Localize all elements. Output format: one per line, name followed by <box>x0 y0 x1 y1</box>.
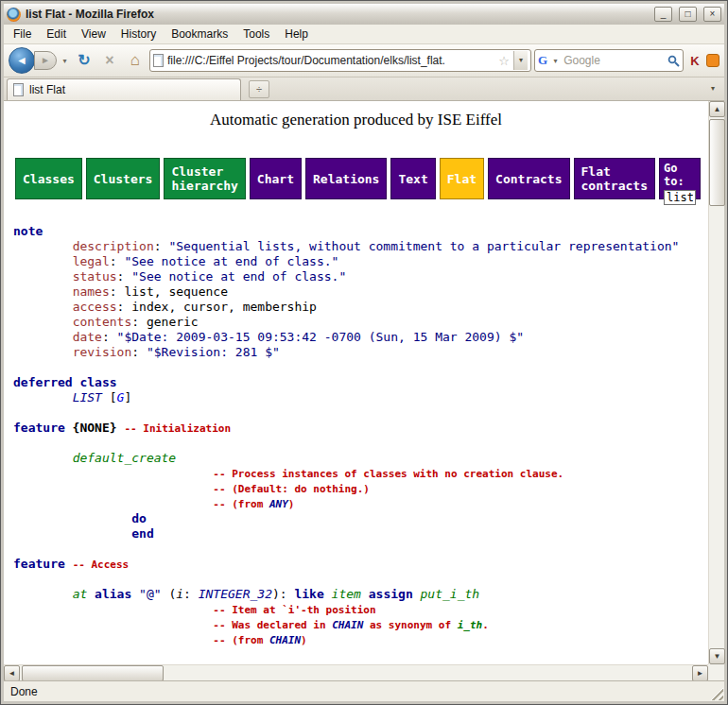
menu-history[interactable]: History <box>113 26 164 43</box>
minimize-button[interactable]: _ <box>654 7 672 22</box>
goto-input[interactable] <box>664 190 696 205</box>
search-input[interactable]: Google <box>563 54 665 67</box>
nav-button-flat-contracts[interactable]: Flat contracts <box>574 158 655 199</box>
nav-button-clusters[interactable]: Clusters <box>86 158 161 199</box>
code-link[interactable]: at <box>73 587 88 601</box>
title-bar[interactable]: list Flat - Mozilla Firefox _ □ × <box>4 4 724 25</box>
firefox-icon <box>7 8 21 22</box>
code-text: date <box>73 330 102 344</box>
code-text: : <box>110 254 125 268</box>
url-dropdown-button[interactable]: ▾ <box>513 51 528 70</box>
nav-button-chart[interactable]: Chart <box>250 158 302 199</box>
tab-list-flat[interactable]: list Flat <box>7 78 241 100</box>
code-link[interactable]: CHAIN <box>269 634 301 646</box>
code-link[interactable]: CHAIN <box>332 619 363 631</box>
list-all-tabs-icon[interactable]: ▾ <box>704 80 721 98</box>
code-text: -- (Default: do nothing.) <box>213 483 370 495</box>
code-text: "See notice at end of class." <box>131 269 346 284</box>
code-link[interactable]: ANY <box>269 498 288 510</box>
stop-icon[interactable]: × <box>98 49 121 72</box>
back-button[interactable]: ◄ <box>9 47 35 74</box>
horizontal-scrollbar[interactable]: ◄ ► <box>4 664 708 680</box>
code-text: "$Date: 2009-03-15 09:53:42 -0700 (Sun, … <box>117 330 524 344</box>
code-link[interactable]: default_create <box>73 451 177 465</box>
doc-nav-buttons: Classes Clusters Cluster hierarchy Chart… <box>15 158 701 199</box>
close-button[interactable]: × <box>703 7 721 22</box>
resize-grip[interactable] <box>710 687 723 700</box>
code-text <box>13 390 73 404</box>
url-text[interactable]: file:///C:/Eiffel Projects/tour/Document… <box>167 54 494 67</box>
refresh-icon[interactable]: ↻ <box>73 49 95 72</box>
nav-button-classes[interactable]: Classes <box>15 158 82 199</box>
code-text: like <box>294 587 323 601</box>
menu-tools[interactable]: Tools <box>235 26 277 43</box>
forward-button[interactable]: ► <box>34 51 57 70</box>
magnifier-icon[interactable] <box>667 55 680 67</box>
code-text <box>13 345 73 359</box>
nav-button-flat[interactable]: Flat <box>440 158 484 199</box>
nav-button-relations[interactable]: Relations <box>305 158 387 199</box>
home-icon[interactable]: ⌂ <box>124 49 147 72</box>
scroll-down-icon[interactable]: ▼ <box>709 648 725 664</box>
code-text <box>13 587 73 601</box>
code-text: as synonym of <box>363 619 457 631</box>
code-text: -- Initialization <box>124 422 231 435</box>
vertical-scrollbar[interactable]: ▲ ▼ <box>708 101 724 664</box>
code-line: -- Process instances of classes with no … <box>13 466 708 481</box>
maximize-button[interactable]: □ <box>679 7 697 22</box>
horizontal-scroll-thumb[interactable] <box>22 665 164 681</box>
code-text: alias <box>95 587 131 601</box>
code-line: legal: "See notice at end of class." <box>13 254 708 269</box>
code-text: description <box>73 239 154 253</box>
nav-button-contracts[interactable]: Contracts <box>488 158 569 199</box>
menu-bookmarks[interactable]: Bookmarks <box>164 26 235 43</box>
vertical-scroll-thumb[interactable] <box>709 119 725 206</box>
google-logo-icon: G <box>538 53 547 68</box>
code-text <box>87 587 95 601</box>
code-line: default_create <box>13 451 708 466</box>
code-text: end <box>131 526 153 541</box>
code-text <box>13 254 73 268</box>
k-addon-icon[interactable]: K <box>686 54 703 68</box>
history-dropdown-icon[interactable]: ▾ <box>60 57 70 65</box>
goto-box: Go to: <box>659 158 701 199</box>
code-link[interactable]: put_i_th <box>421 587 480 601</box>
code-text: : <box>183 587 199 601</box>
code-link[interactable]: i_th <box>458 619 483 631</box>
bookmark-star-icon[interactable]: ☆ <box>498 54 510 68</box>
firefox-window: list Flat - Mozilla Firefox _ □ × File E… <box>0 0 728 705</box>
code-text <box>13 451 73 465</box>
code-line: note <box>13 224 708 239</box>
search-engine-dropdown-icon[interactable]: ▾ <box>550 57 561 65</box>
code-line <box>13 405 708 421</box>
code-line: status: "See notice at end of class." <box>13 269 708 284</box>
code-line: access: index, cursor, membership <box>13 300 708 315</box>
menu-edit[interactable]: Edit <box>39 26 74 43</box>
code-text: revision <box>73 345 132 359</box>
code-line <box>13 572 708 587</box>
code-text: i <box>176 587 183 601</box>
nav-button-text[interactable]: Text <box>390 158 435 199</box>
code-link[interactable]: LIST <box>73 390 102 404</box>
code-line: -- Was declared in CHAIN as synonym of i… <box>13 617 708 632</box>
code-line: -- (from CHAIN) <box>13 632 708 647</box>
menu-view[interactable]: View <box>74 26 113 43</box>
tab-strip-button[interactable]: ÷ <box>249 80 269 98</box>
code-text: : generic <box>131 315 198 329</box>
scroll-left-icon[interactable]: ◄ <box>4 665 20 681</box>
tab-page-icon <box>13 83 24 96</box>
code-text <box>13 617 213 631</box>
orange-addon-icon[interactable] <box>706 54 719 67</box>
code-link[interactable]: item <box>332 587 361 601</box>
scroll-right-icon[interactable]: ► <box>692 665 708 681</box>
url-bar[interactable]: file:///C:/Eiffel Projects/tour/Document… <box>149 49 531 72</box>
page-title: Automatic generation produced by ISE Eif… <box>4 111 708 129</box>
menu-file[interactable]: File <box>6 26 39 43</box>
nav-button-cluster-hierarchy[interactable]: Cluster hierarchy <box>164 158 245 199</box>
code-text: [ <box>102 390 117 404</box>
code-text <box>13 269 73 284</box>
code-link[interactable]: INTEGER_32 <box>199 587 272 601</box>
menu-help[interactable]: Help <box>277 26 316 43</box>
search-bar[interactable]: G ▾ Google <box>534 49 684 72</box>
scroll-up-icon[interactable]: ▲ <box>709 101 725 117</box>
